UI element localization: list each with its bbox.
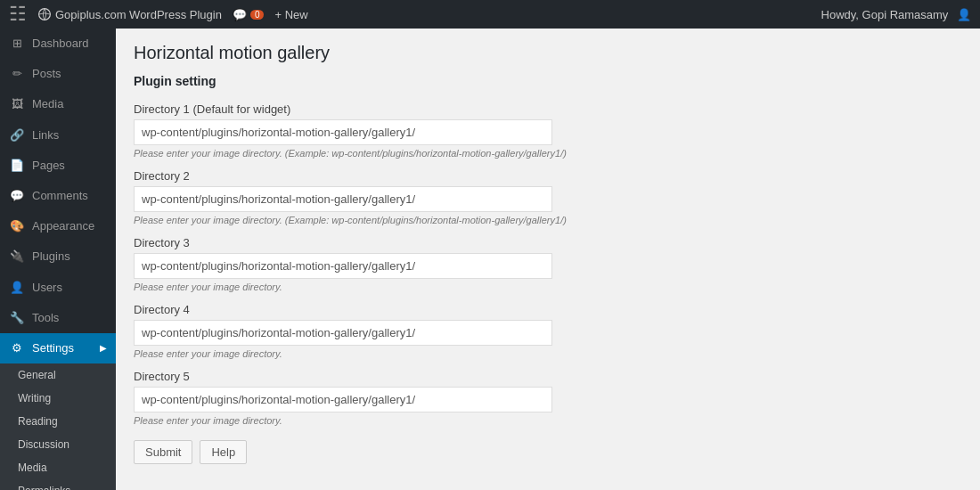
sidebar-label-settings: Settings bbox=[32, 340, 74, 356]
sidebar-item-media[interactable]: 🖼 Media bbox=[0, 89, 116, 119]
section-title: Plugin setting bbox=[134, 74, 962, 88]
plugins-icon: 🔌 bbox=[9, 249, 25, 265]
sidebar-label-media: Media bbox=[32, 96, 63, 112]
settings-arrow-icon: ▶ bbox=[100, 342, 107, 355]
sidebar-item-appearance[interactable]: 🎨 Appearance bbox=[0, 211, 116, 241]
sidebar: ⊞ Dashboard ✏ Posts 🖼 Media 🔗 Links 📄 Pa… bbox=[0, 29, 116, 490]
user-avatar-icon: 👤 bbox=[957, 8, 971, 21]
directory-1-group: Directory 1 (Default for widget) Please … bbox=[134, 102, 962, 159]
sidebar-item-pages[interactable]: 📄 Pages bbox=[0, 151, 116, 181]
sidebar-sub-discussion[interactable]: Discussion bbox=[0, 433, 116, 456]
form-buttons: Submit Help bbox=[134, 440, 962, 464]
directory-3-group: Directory 3 Please enter your image dire… bbox=[134, 236, 962, 292]
sidebar-sub-permalinks[interactable]: Permalinks bbox=[0, 479, 116, 490]
comments-item[interactable]: 💬 0 bbox=[233, 8, 265, 21]
sidebar-item-settings[interactable]: ⚙ Settings ▶ bbox=[0, 333, 116, 363]
directory-1-label: Directory 1 (Default for widget) bbox=[134, 102, 962, 116]
directory-3-label: Directory 3 bbox=[134, 236, 962, 249]
directory-5-input[interactable] bbox=[134, 387, 552, 412]
links-icon: 🔗 bbox=[9, 127, 25, 143]
comments-nav-icon: 💬 bbox=[9, 188, 25, 204]
directory-5-group: Directory 5 Please enter your image dire… bbox=[134, 370, 962, 426]
wp-logo-icon[interactable]: ☷ bbox=[9, 4, 27, 24]
sidebar-label-links: Links bbox=[32, 127, 59, 143]
sidebar-item-tools[interactable]: 🔧 Tools bbox=[0, 303, 116, 333]
sidebar-sub-general[interactable]: General bbox=[0, 363, 116, 387]
admin-bar-left: ☷ Gopiplus.com WordPress Plugin 💬 0 + Ne… bbox=[9, 4, 308, 24]
directory-1-input[interactable] bbox=[134, 119, 552, 145]
sidebar-item-links[interactable]: 🔗 Links bbox=[0, 120, 116, 151]
directory-5-hint: Please enter your image directory. bbox=[134, 415, 962, 426]
page-title: Horizontal motion gallery bbox=[134, 43, 962, 63]
sidebar-label-plugins: Plugins bbox=[32, 249, 70, 265]
sidebar-item-comments[interactable]: 💬 Comments bbox=[0, 181, 116, 211]
directory-4-label: Directory 4 bbox=[134, 303, 962, 316]
sidebar-label-dashboard: Dashboard bbox=[32, 36, 89, 52]
settings-submenu: General Writing Reading Discussion Media… bbox=[0, 363, 116, 490]
directory-4-group: Directory 4 Please enter your image dire… bbox=[134, 303, 962, 359]
sidebar-sub-reading[interactable]: Reading bbox=[0, 410, 116, 433]
settings-icon: ⚙ bbox=[9, 340, 25, 356]
admin-bar: ☷ Gopiplus.com WordPress Plugin 💬 0 + Ne… bbox=[0, 0, 980, 29]
directory-2-hint: Please enter your image directory. (Exam… bbox=[134, 215, 962, 225]
directory-1-hint: Please enter your image directory. (Exam… bbox=[134, 148, 962, 159]
directory-2-group: Directory 2 Please enter your image dire… bbox=[134, 169, 962, 225]
new-item[interactable]: + New bbox=[274, 8, 307, 21]
directory-4-input[interactable] bbox=[134, 320, 552, 346]
media-icon: 🖼 bbox=[9, 96, 25, 112]
sidebar-item-dashboard[interactable]: ⊞ Dashboard bbox=[0, 29, 116, 59]
sidebar-sub-writing[interactable]: Writing bbox=[0, 387, 116, 410]
directory-2-input[interactable] bbox=[134, 186, 552, 212]
sidebar-item-users[interactable]: 👤 Users bbox=[0, 273, 116, 303]
directory-3-hint: Please enter your image directory. bbox=[134, 282, 962, 292]
layout: ⊞ Dashboard ✏ Posts 🖼 Media 🔗 Links 📄 Pa… bbox=[0, 29, 980, 490]
sidebar-label-posts: Posts bbox=[32, 66, 61, 82]
site-icon bbox=[37, 7, 52, 21]
tools-icon: 🔧 bbox=[9, 310, 25, 326]
posts-icon: ✏ bbox=[9, 66, 25, 82]
comment-count: 0 bbox=[250, 10, 265, 20]
dashboard-icon: ⊞ bbox=[9, 36, 25, 52]
submit-button[interactable]: Submit bbox=[134, 440, 192, 464]
svg-point-0 bbox=[39, 9, 51, 20]
admin-bar-site[interactable]: Gopiplus.com WordPress Plugin bbox=[37, 7, 222, 21]
directory-5-label: Directory 5 bbox=[134, 370, 962, 383]
directory-3-input[interactable] bbox=[134, 253, 552, 279]
sidebar-label-comments: Comments bbox=[32, 188, 88, 204]
users-icon: 👤 bbox=[9, 280, 25, 296]
sidebar-item-posts[interactable]: ✏ Posts bbox=[0, 59, 116, 89]
sidebar-label-appearance: Appearance bbox=[32, 218, 94, 234]
main-content: Horizontal motion gallery Plugin setting… bbox=[116, 29, 980, 490]
sidebar-sub-media-settings[interactable]: Media bbox=[0, 456, 116, 479]
user-greeting[interactable]: Howdy, Gopi Ramasamy bbox=[821, 8, 949, 21]
directory-4-hint: Please enter your image directory. bbox=[134, 348, 962, 359]
site-name: Gopiplus.com WordPress Plugin bbox=[55, 8, 222, 21]
appearance-icon: 🎨 bbox=[9, 218, 25, 234]
sidebar-label-pages: Pages bbox=[32, 158, 65, 174]
directory-2-label: Directory 2 bbox=[134, 169, 962, 183]
sidebar-label-users: Users bbox=[32, 280, 62, 296]
sidebar-item-plugins[interactable]: 🔌 Plugins bbox=[0, 241, 116, 272]
help-button[interactable]: Help bbox=[200, 440, 247, 464]
pages-icon: 📄 bbox=[9, 158, 25, 174]
admin-bar-right: Howdy, Gopi Ramasamy 👤 bbox=[821, 8, 971, 21]
sidebar-label-tools: Tools bbox=[32, 310, 59, 326]
